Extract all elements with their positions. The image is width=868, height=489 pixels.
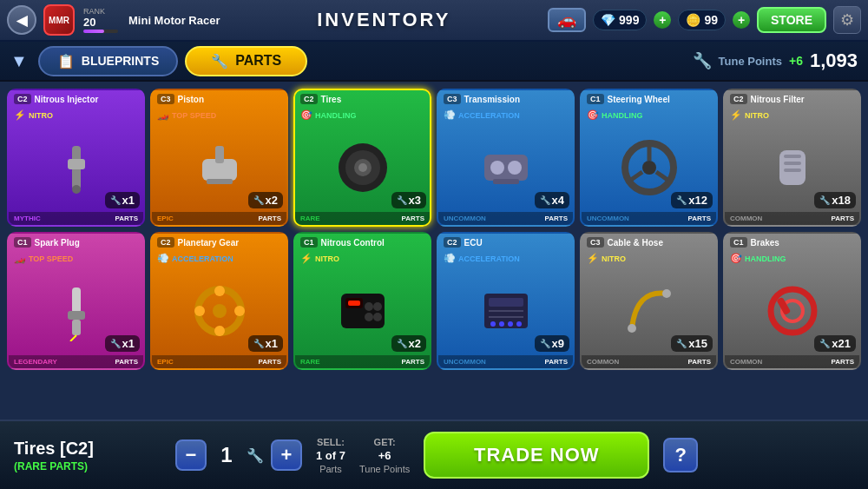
svg-point-11: [490, 161, 504, 175]
inventory-grid: C2 Nitrous Injector ⚡ NITRO 🔧 x1 MYTHIC …: [0, 82, 868, 377]
card-cable---hose[interactable]: C3 Cable & Hose ⚡ NITRO 🔧 x15 COMMON PAR…: [580, 232, 718, 370]
rank-bar-fill: [83, 30, 104, 33]
card-steering-wheel[interactable]: C1 Steering Wheel 🎯 HANDLING 🔧 x12 UNCOM…: [580, 89, 718, 227]
stat-icon: ⚡: [730, 109, 742, 121]
count-value: x4: [552, 194, 564, 207]
coin-icon: 🪙: [686, 13, 700, 27]
gems-add-button[interactable]: +: [654, 11, 671, 29]
card-stat: 🎯 HANDLING: [725, 251, 859, 266]
card-count: 🔧 x1: [248, 335, 283, 352]
card-ecu[interactable]: C2 ECU 💨 ACCELERATION 🔧 x9 UNCOMMON PART…: [437, 232, 575, 370]
stat-label: TOP SPEED: [29, 254, 73, 263]
quantity-increase-button[interactable]: +: [271, 439, 302, 471]
rarity-label: COMMON: [730, 215, 762, 222]
footer-parts-label: PARTS: [687, 358, 711, 366]
card-header: C3 Piston: [152, 90, 286, 108]
stat-label: NITRO: [602, 254, 626, 263]
count-value: x2: [266, 194, 278, 207]
quantity-decrease-button[interactable]: −: [175, 439, 207, 471]
stat-icon: 💨: [157, 253, 169, 264]
card-name: Steering Wheel: [608, 95, 670, 104]
tab-blueprints[interactable]: 📋 BLUEPRINTS: [38, 46, 178, 76]
sell-info: SELL: 1 of 7 Parts: [316, 437, 345, 474]
card-header: C2 Nitrous Filter: [725, 90, 859, 108]
card-brakes[interactable]: C1 Brakes 🎯 HANDLING 🔧 x21 COMMON PARTS: [723, 232, 861, 370]
tab-bar: ▼ 📋 BLUEPRINTS 🔧 PARTS 🔧 Tune Points +6 …: [0, 42, 868, 82]
top-right-area: 🚗 💎 999 + 🪙 99 + STORE ⚙: [548, 6, 861, 34]
stat-label: ACCELERATION: [458, 254, 520, 263]
coins-add-button[interactable]: +: [733, 11, 750, 29]
card-stat: ⚡ NITRO: [582, 251, 716, 266]
card-stat: 💨 ACCELERATION: [152, 251, 286, 266]
card-piston[interactable]: C3 Piston 🏎️ TOP SPEED 🔧 x2 EPIC PARTS: [150, 89, 288, 227]
rarity-label: MYTHIC: [14, 215, 41, 222]
svg-point-49: [662, 289, 671, 298]
stat-label: ACCELERATION: [458, 111, 520, 120]
card-stat: 💨 ACCELERATION: [438, 251, 573, 266]
svg-point-28: [213, 304, 227, 318]
svg-line-18: [656, 172, 667, 180]
card-class: C2: [444, 237, 461, 248]
card-stat: 🎯 HANDLING: [582, 108, 716, 122]
card-name: Spark Plug: [35, 238, 80, 248]
rarity-label: EPIC: [157, 215, 174, 222]
count-value: x15: [688, 337, 707, 350]
card-footer: COMMON PARTS: [725, 355, 859, 368]
get-unit: Tune Points: [359, 464, 410, 474]
count-icon: 🔧: [397, 195, 407, 205]
filter-icon[interactable]: ▼: [10, 51, 28, 71]
card-transmission[interactable]: C3 Transmission 💨 ACCELERATION 🔧 x4 UNCO…: [437, 89, 575, 227]
bottom-bar: Tires [C2] (RARE PARTS) − 1 🔧 + SELL: 1 …: [0, 420, 868, 489]
card-nitrous-injector[interactable]: C2 Nitrous Injector ⚡ NITRO 🔧 x1 MYTHIC …: [7, 89, 145, 227]
card-stat: 💨 ACCELERATION: [438, 108, 573, 122]
help-button[interactable]: ?: [663, 438, 698, 472]
card-image-area: 🔧 x12: [582, 122, 716, 212]
card-nitrous-filter[interactable]: C2 Nitrous Filter ⚡ NITRO 🔧 x18 COMMON P…: [723, 89, 861, 227]
svg-rect-24: [68, 311, 85, 320]
count-value: x1: [122, 337, 135, 350]
svg-rect-20: [784, 155, 801, 158]
card-class: C1: [730, 237, 747, 248]
count-value: x12: [688, 194, 707, 207]
card-name: ECU: [464, 238, 483, 248]
get-value: +6: [378, 449, 391, 462]
card-name: Transmission: [464, 95, 520, 104]
card-name: Nitrous Injector: [35, 95, 99, 104]
coins-value: 99: [704, 13, 718, 27]
card-count: 🔧 x2: [391, 335, 426, 352]
trade-now-button[interactable]: TRADE NOW: [424, 432, 649, 479]
page-title: INVENTORY: [220, 9, 548, 31]
card-spark-plug[interactable]: C1 Spark Plug 🏎️ TOP SPEED 🔧 x1 LEGENDAR…: [7, 232, 145, 370]
svg-rect-5: [207, 179, 233, 184]
count-icon: 🔧: [253, 195, 264, 205]
card-planetary-gear[interactable]: C2 Planetary Gear 💨 ACCELERATION 🔧 x1 EP…: [150, 232, 288, 370]
blueprints-label: BLUEPRINTS: [82, 54, 159, 68]
stat-label: HANDLING: [745, 254, 786, 263]
card-count: 🔧 x18: [814, 192, 856, 208]
car-icon[interactable]: 🚗: [548, 8, 586, 32]
card-name: Planetary Gear: [178, 238, 240, 248]
logo-area: MMR RANK 20 Mini Motor Racer: [43, 4, 220, 36]
count-icon: 🔧: [819, 339, 830, 348]
card-class: C2: [730, 94, 747, 104]
count-icon: 🔧: [253, 339, 264, 348]
card-footer: UNCOMMON PARTS: [438, 355, 573, 368]
get-info: GET: +6 Tune Points: [359, 437, 410, 474]
card-nitrous-control[interactable]: C1 Nitrous Control ⚡ NITRO 🔧 x2 RARE PAR…: [293, 232, 431, 370]
store-button[interactable]: STORE: [757, 7, 826, 33]
card-count: 🔧 x4: [535, 192, 569, 208]
card-count: 🔧 x21: [814, 335, 856, 352]
card-image-area: 🔧 x1: [9, 266, 143, 355]
card-footer: RARE PARTS: [295, 212, 430, 225]
card-class: C1: [300, 237, 318, 248]
svg-point-2: [72, 185, 81, 194]
tab-parts[interactable]: 🔧 PARTS: [185, 46, 307, 76]
gems-value: 999: [619, 13, 639, 27]
card-tires[interactable]: C2 Tires 🎯 HANDLING 🔧 x3 RARE PARTS: [293, 89, 431, 227]
count-icon: 🔧: [819, 195, 830, 205]
svg-point-12: [508, 161, 522, 175]
back-button[interactable]: ◀: [7, 5, 36, 35]
svg-point-9: [358, 163, 367, 172]
settings-button[interactable]: ⚙: [833, 6, 861, 34]
card-class: C3: [157, 94, 174, 104]
